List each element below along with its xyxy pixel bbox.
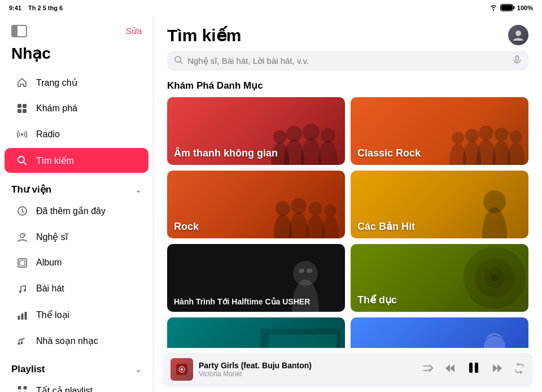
battery-percentage: 100% — [517, 5, 533, 11]
grid-icon — [16, 102, 28, 115]
nav-radio[interactable]: Radio — [5, 122, 148, 147]
svg-point-43 — [465, 129, 479, 142]
nav-tat-ca-playlist[interactable]: Tất cả playlist — [5, 378, 148, 392]
card-label-the-duc: Thể dục — [357, 294, 397, 306]
now-playing-artist: Victoria Monét — [199, 370, 417, 378]
nav-label-the-loai: Thể loại — [36, 310, 69, 320]
nav-album[interactable]: Album — [5, 250, 148, 275]
category-card-hanh-trinh[interactable]: Hành Trình Tới Halftime Của USHER — [167, 244, 345, 312]
category-card-ban-hit[interactable]: Các Bản Hit — [351, 171, 528, 238]
svg-point-35 — [286, 126, 302, 142]
svg-point-57 — [309, 202, 322, 215]
library-section-label: Thư viện — [11, 184, 51, 195]
nav-kham-pha[interactable]: Khám phá — [5, 96, 148, 121]
svg-point-55 — [291, 198, 307, 214]
nav-trang-chu[interactable]: Trang chủ — [5, 70, 148, 95]
svg-rect-80 — [475, 363, 478, 373]
svg-point-58 — [322, 216, 339, 238]
category-card-the-duc[interactable]: Thể dục — [351, 244, 528, 312]
category-card-classic-rock[interactable]: Classic Rock — [351, 97, 528, 165]
status-time: 9:41 — [9, 5, 21, 11]
sidebar: Sửa Nhạc Trang chủ Khám phá — [0, 16, 154, 392]
svg-point-16 — [24, 289, 26, 291]
svg-point-8 — [21, 133, 23, 136]
svg-rect-5 — [23, 104, 27, 108]
shuffle-button[interactable] — [422, 363, 434, 377]
search-nav-icon — [16, 154, 28, 167]
nav-label-album: Album — [36, 258, 62, 268]
nav-nghe-si[interactable]: Nghệ sĩ — [5, 224, 148, 249]
svg-rect-19 — [24, 312, 27, 320]
nav-bai-hat[interactable]: Bài hát — [5, 276, 148, 301]
svg-rect-32 — [516, 56, 519, 60]
category-card-row4-right[interactable]: Tất cả playlist — [351, 317, 528, 348]
repeat-button[interactable] — [514, 363, 525, 377]
search-input[interactable] — [187, 56, 508, 66]
composer-icon — [16, 334, 28, 347]
playlist-grid-icon — [16, 384, 28, 392]
now-playing-controls — [422, 360, 525, 378]
svg-point-69 — [491, 275, 498, 281]
nav-the-loai[interactable]: Thể loại — [5, 302, 148, 327]
card-label-rock: Rock — [174, 221, 199, 233]
nav-tim-kiem[interactable]: Tìm kiếm — [5, 148, 148, 173]
status-date: Th 2 5 thg 6 — [28, 5, 63, 11]
categories-section-title: Khám Phá Danh Mục — [154, 77, 542, 97]
playlist-chevron-icon[interactable]: ⌄ — [135, 365, 142, 374]
album-icon — [16, 256, 28, 269]
category-card-row4-left[interactable]: The — [167, 317, 345, 348]
sidebar-header: Sửa — [0, 16, 153, 42]
microphone-icon[interactable] — [513, 55, 522, 66]
search-bar-icon — [174, 55, 183, 66]
battery-icon — [500, 4, 515, 12]
forward-button[interactable] — [491, 362, 504, 377]
svg-point-29 — [515, 31, 521, 36]
card-label-classic-rock: Classic Rock — [357, 147, 421, 159]
playlist-section-header: Playlist ⌄ — [0, 358, 153, 377]
svg-line-10 — [24, 162, 27, 165]
page-title: Tìm kiếm — [167, 25, 241, 45]
nav-da-them[interactable]: Đã thêm gần đây — [5, 198, 148, 223]
card-label-ban-hit: Các Bản Hit — [357, 220, 415, 233]
search-bar[interactable] — [167, 51, 528, 71]
svg-point-76 — [181, 368, 183, 371]
svg-point-48 — [508, 142, 524, 165]
edit-button[interactable]: Sửa — [126, 26, 142, 36]
svg-point-51 — [452, 132, 464, 144]
home-icon — [16, 76, 28, 89]
pause-button[interactable] — [466, 360, 481, 378]
svg-point-37 — [303, 124, 320, 141]
nav-label-trang-chu: Trang chủ — [36, 77, 77, 88]
category-card-am-thanh[interactable]: Âm thanh không gian — [167, 97, 345, 165]
avatar[interactable] — [508, 25, 528, 45]
clock-icon — [16, 204, 28, 217]
library-chevron-icon[interactable]: ⌄ — [135, 185, 142, 194]
svg-rect-2 — [501, 5, 512, 10]
now-playing-info: Party Girls (feat. Buju Banton) Victoria… — [199, 361, 417, 378]
svg-rect-4 — [18, 104, 21, 108]
svg-rect-13 — [18, 259, 27, 267]
svg-rect-7 — [23, 109, 27, 113]
svg-point-0 — [493, 9, 494, 10]
categories-grid: Âm thanh không gian Classic Rock — [154, 97, 542, 348]
svg-marker-78 — [450, 364, 454, 372]
nav-label-kham-pha: Khám phá — [36, 103, 77, 114]
nav-label-tat-ca-playlist: Tất cả playlist — [36, 385, 93, 393]
svg-point-63 — [293, 261, 318, 286]
svg-marker-82 — [497, 364, 502, 372]
app-container: Sửa Nhạc Trang chủ Khám phá — [0, 16, 542, 392]
artist-icon — [16, 230, 28, 243]
wifi-icon — [489, 4, 498, 12]
backward-button[interactable] — [444, 362, 456, 377]
category-card-rock[interactable]: Rock — [167, 171, 345, 238]
svg-point-49 — [510, 130, 522, 143]
svg-point-59 — [324, 204, 336, 217]
nav-nha-soan-nhac[interactable]: Nhà soạn nhạc — [5, 328, 148, 353]
svg-point-50 — [449, 143, 466, 165]
sidebar-toggle-icon[interactable] — [11, 25, 27, 37]
svg-point-20 — [18, 342, 20, 345]
playlist-section-label: Playlist — [11, 364, 45, 375]
nav-label-da-them: Đã thêm gần đây — [36, 206, 106, 216]
nav-label-nghe-si: Nghệ sĩ — [36, 232, 68, 242]
svg-point-47 — [495, 128, 508, 141]
